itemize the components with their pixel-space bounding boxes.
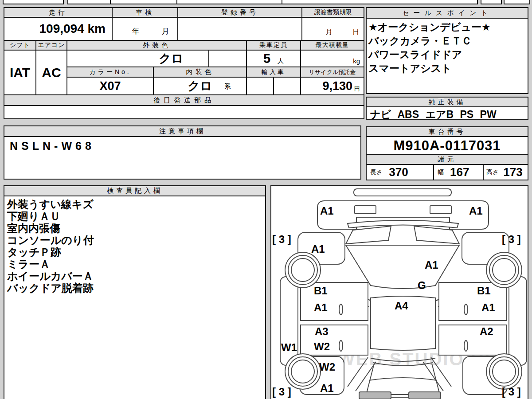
top-strip-cell bbox=[176, 0, 282, 4]
auction-sheet: { "header_row": { "mileage_label": "走行",… bbox=[0, 0, 532, 399]
top-strip-cell bbox=[67, 0, 111, 4]
exterior-color-subcell bbox=[208, 50, 247, 67]
rear-window bbox=[371, 358, 435, 366]
damage-code-label: A3 bbox=[315, 326, 329, 337]
inspector-note: ミラーＡ bbox=[7, 258, 94, 270]
recycle-value: 9,130 円 bbox=[300, 77, 364, 95]
registration-value bbox=[177, 17, 302, 41]
interior-color-value: クロ 系 bbox=[153, 77, 247, 95]
inspector-note: 下廻りＡＵ bbox=[7, 210, 94, 222]
sales-point-item: ★オークションデビュー★ bbox=[368, 20, 491, 34]
exterior-color-header: 外装色 bbox=[66, 40, 247, 51]
rear-bumper-right bbox=[409, 392, 441, 399]
import-value-right bbox=[273, 77, 301, 95]
spec-width-value: 167 bbox=[450, 165, 469, 179]
recycle-unit: 円 bbox=[354, 85, 360, 93]
damage-code-label: [ 3 ] bbox=[272, 387, 291, 397]
spec-height-cell: 高さ 173 bbox=[483, 164, 528, 180]
damage-code-label: A1 bbox=[320, 206, 334, 216]
top-strip-cell bbox=[282, 0, 478, 4]
damage-code-label: A1 bbox=[481, 302, 495, 313]
interior-color-suffix: 系 bbox=[224, 82, 231, 91]
top-strip-cell bbox=[110, 0, 177, 4]
spec-width-label: 幅 bbox=[438, 168, 444, 176]
exterior-color-value: クロ bbox=[66, 50, 209, 67]
door-handle bbox=[339, 304, 343, 315]
deadline-value: 月 日 bbox=[301, 17, 364, 41]
deadline-month-label: 月 bbox=[325, 28, 332, 36]
import-header: 輸入車 bbox=[246, 66, 301, 78]
capacity-unit: 人 bbox=[278, 57, 284, 65]
max-load-value: kg bbox=[300, 50, 364, 67]
rear-hatch-line bbox=[369, 378, 437, 380]
spec-width-cell: 幅 167 bbox=[433, 164, 484, 180]
shift-header: シフト bbox=[4, 40, 36, 51]
damage-code-label: A1 bbox=[469, 206, 483, 216]
damage-code-label: A1 bbox=[311, 244, 325, 254]
damage-code-label: W2 bbox=[314, 341, 330, 352]
spec-length-value: 370 bbox=[389, 165, 408, 179]
damage-code-label: B1 bbox=[314, 286, 328, 296]
damage-code-label: A4 bbox=[395, 301, 408, 311]
recycle-amount: 9,130 bbox=[322, 79, 352, 93]
damage-code-label: W2 bbox=[319, 362, 335, 372]
registration-header: 登録番号 bbox=[177, 7, 302, 18]
shaken-value: 年 月 bbox=[112, 17, 178, 41]
damage-code-label: B1 bbox=[477, 286, 491, 296]
spec-height-value: 173 bbox=[503, 165, 522, 179]
damage-code-label: [ 3 ] bbox=[272, 234, 291, 245]
shaken-header: 車検 bbox=[112, 7, 178, 18]
max-load-unit: kg bbox=[353, 57, 360, 65]
damage-code-label: [ 3 ] bbox=[502, 234, 521, 245]
sales-point-item: スマートアシスト bbox=[368, 62, 491, 75]
inspector-header: 検査員記入欄 bbox=[4, 185, 266, 196]
specs-header: 諸元 bbox=[366, 154, 528, 165]
chassis-header: 車台番号 bbox=[366, 126, 528, 137]
top-strip-cell bbox=[504, 0, 530, 4]
equipment-section: 純正装備 ナビ ABS エアB PS PW bbox=[366, 97, 528, 120]
notes-value: NSLN-W68 bbox=[10, 140, 95, 153]
chassis-value: M910A-0117031 bbox=[367, 137, 528, 155]
spec-length-cell: 長さ 370 bbox=[366, 164, 434, 180]
top-strip-cell bbox=[3, 0, 64, 4]
inspector-note: 室内内張傷 bbox=[7, 222, 94, 234]
cowl-panel bbox=[348, 220, 458, 228]
mileage-value: 109,094 km bbox=[4, 17, 113, 41]
inspector-note: コンソールのり付 bbox=[7, 234, 94, 246]
rear-bumper-left bbox=[359, 392, 391, 399]
equipment-value: ナビ ABS エアB PS PW bbox=[370, 108, 497, 121]
inspector-section: 検査員記入欄 外装うすい線キズ 下廻りＡＵ 室内内張傷 コンソールのり付 タッチ… bbox=[4, 185, 266, 399]
headlight-left bbox=[355, 206, 376, 214]
side-sill-right bbox=[509, 277, 527, 365]
car-damage-diagram: WEB STUDIO.RU bbox=[270, 185, 528, 399]
capacity-value: 5 人 bbox=[246, 50, 301, 67]
shaken-year-label: 年 bbox=[132, 26, 140, 36]
sales-point-item: パワースライドドア bbox=[368, 48, 491, 62]
import-value-left bbox=[246, 77, 274, 95]
rear-door-right bbox=[439, 325, 506, 355]
later-parts-value bbox=[4, 105, 364, 119]
deadline-header: 譲渡書類期限 bbox=[301, 7, 364, 18]
front-door-left bbox=[301, 282, 368, 321]
max-load-header: 最大積載量 bbox=[300, 40, 364, 51]
sales-points-section: セールスポイント ★オークションデビュー★ バックカメラ・ＥＴＣ パワースライド… bbox=[366, 7, 528, 94]
damage-code-label: A1 bbox=[314, 302, 328, 313]
sales-point-item: バックカメラ・ＥＴＣ bbox=[368, 34, 491, 48]
damage-code-label: A1 bbox=[425, 260, 438, 270]
door-handle bbox=[464, 304, 468, 315]
rear-door-left bbox=[301, 325, 368, 355]
aircon-value: AC bbox=[35, 50, 67, 95]
rear-bumper-center bbox=[391, 395, 409, 397]
deadline-day-label: 日 bbox=[352, 28, 359, 36]
sales-points-header: セールスポイント bbox=[366, 7, 528, 19]
color-no-header: カラーNo. bbox=[66, 66, 154, 78]
door-handle bbox=[464, 340, 468, 351]
interior-color-text: クロ bbox=[188, 78, 212, 94]
notes-section: 注意事項欄 NSLN-W68 bbox=[4, 125, 361, 180]
vehicle-info-table: 走行 車検 登録番号 譲渡書類期限 109,094 km 年 月 月 日 シフト… bbox=[4, 7, 364, 119]
inspector-note: 外装うすい線キズ bbox=[7, 198, 94, 210]
damage-code-label: [ 3 ] bbox=[502, 387, 521, 397]
shift-value: IAT bbox=[4, 50, 36, 95]
capacity-number: 5 bbox=[263, 51, 270, 66]
later-parts-header: 後日発送部品 bbox=[4, 94, 364, 106]
